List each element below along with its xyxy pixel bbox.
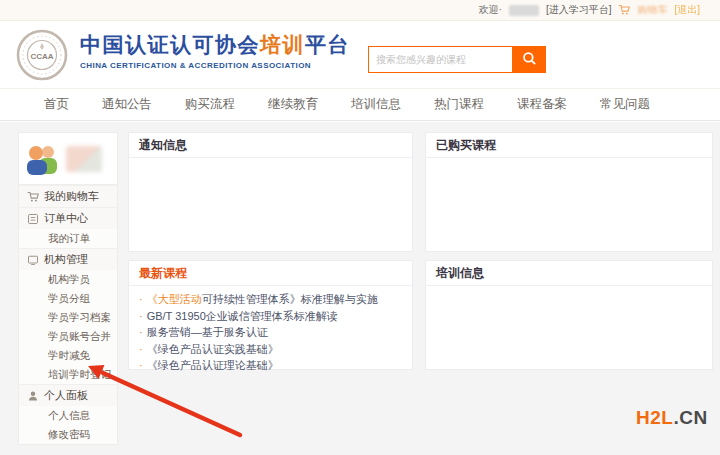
cart-icon[interactable] xyxy=(618,4,630,16)
bullet: · xyxy=(139,359,143,371)
latest-courses-list: ·《大型活动可持续性管理体系》标准理解与实施 ·GB/T 31950企业诚信管理… xyxy=(129,286,412,374)
topbar-cart-link[interactable]: 购物车 xyxy=(637,3,667,17)
header: CCAA 中国认证认可协会培训平台 CHINA CERTIFICATION & … xyxy=(0,21,720,88)
course-title: 《绿色产品认证实践基础》 xyxy=(147,343,279,355)
nav-hot-courses[interactable]: 热门课程 xyxy=(434,96,484,113)
sidebar-item-training-hour-registration[interactable]: 培训学时登记 xyxy=(19,365,117,384)
watermark-suffix: .CN xyxy=(673,407,707,428)
search-icon xyxy=(522,51,537,69)
sidebar-item-personal-info[interactable]: 个人信息 xyxy=(19,406,117,425)
watermark-brand: H2L xyxy=(636,407,673,428)
nav-notices[interactable]: 通知公告 xyxy=(102,96,152,113)
sidebar-item-order-center[interactable]: 订单中心 xyxy=(19,207,117,229)
cart-icon xyxy=(26,191,39,203)
sidebar-item-account-merge[interactable]: 学员账号合并 xyxy=(19,327,117,346)
sidebar-item-my-orders[interactable]: 我的订单 xyxy=(19,229,117,248)
welcome-label: 欢迎· xyxy=(479,3,502,17)
sidebar-item-label: 订单中心 xyxy=(44,211,88,226)
logout-link[interactable]: [退出] xyxy=(674,3,700,17)
ccaa-logo: CCAA xyxy=(16,29,68,81)
site-title-part2: 平台 xyxy=(305,33,350,56)
sidebar-item-label: 我的购物车 xyxy=(44,189,99,204)
latest-courses-panel: 最新课程 ·《大型活动可持续性管理体系》标准理解与实施 ·GB/T 31950企… xyxy=(128,260,413,370)
notice-panel-title: 通知信息 xyxy=(129,133,412,158)
enter-learning-platform-link[interactable]: [进入学习平台] xyxy=(546,3,612,17)
course-link[interactable]: ·《绿色产品认证理论基础》 xyxy=(139,357,402,374)
site-title: 中国认证认可协会培训平台 xyxy=(80,32,350,58)
latest-courses-title: 最新课程 xyxy=(129,261,412,286)
site-title-part1: 中国认证认可协会 xyxy=(80,33,260,56)
search-button[interactable] xyxy=(512,46,546,73)
main-nav: 首页 通知公告 购买流程 继续教育 培训信息 热门课程 课程备案 常见问题 xyxy=(0,88,720,121)
nav-purchase-process[interactable]: 购买流程 xyxy=(185,96,235,113)
sidebar-item-org-students[interactable]: 机构学员 xyxy=(19,270,117,289)
nav-home[interactable]: 首页 xyxy=(44,96,69,113)
training-info-panel: 培训信息 xyxy=(425,260,713,370)
bullet: · xyxy=(139,293,143,305)
nav-continuing-education[interactable]: 继续教育 xyxy=(268,96,318,113)
nav-training-info[interactable]: 培训信息 xyxy=(351,96,401,113)
sidebar-item-student-groups[interactable]: 学员分组 xyxy=(19,289,117,308)
sidebar-item-label: 机构管理 xyxy=(44,252,88,267)
purchased-courses-title: 已购买课程 xyxy=(426,133,712,158)
sidebar-item-org-management[interactable]: 机构管理 xyxy=(19,248,117,270)
sidebar-item-study-archives[interactable]: 学员学习档案 xyxy=(19,308,117,327)
course-title: GB/T 31950企业诚信管理体系标准解读 xyxy=(147,310,338,322)
training-info-title: 培训信息 xyxy=(426,261,712,286)
redacted-user-info xyxy=(66,146,102,172)
notice-panel: 通知信息 xyxy=(128,132,413,252)
course-link[interactable]: ·《大型活动可持续性管理体系》标准理解与实施 xyxy=(139,291,402,308)
site-subtitle-en: CHINA CERTIFICATION & ACCREDITION ASSOCI… xyxy=(80,61,350,70)
topbar: 欢迎· [进入学习平台] 购物车 [退出] xyxy=(0,0,720,21)
order-list-icon xyxy=(26,213,39,225)
bullet: · xyxy=(139,343,143,355)
course-title: 《绿色产品认证理论基础》 xyxy=(147,359,279,371)
nav-course-filing[interactable]: 课程备案 xyxy=(517,96,567,113)
users-avatar-icon xyxy=(25,143,61,175)
course-link[interactable]: ·《绿色产品认证实践基础》 xyxy=(139,341,402,358)
course-search xyxy=(368,46,546,73)
sidebar-item-my-cart[interactable]: 我的购物车 xyxy=(19,185,117,207)
course-title-rest: 可持续性管理体系》标准理解与实施 xyxy=(202,293,378,305)
course-link[interactable]: ·GB/T 31950企业诚信管理体系标准解读 xyxy=(139,308,402,325)
org-window-icon xyxy=(26,254,39,266)
bullet: · xyxy=(139,310,143,322)
purchased-courses-panel: 已购买课程 xyxy=(425,132,713,252)
site-title-highlight: 培训 xyxy=(260,33,305,56)
site-title-block: 中国认证认可协会培训平台 CHINA CERTIFICATION & ACCRE… xyxy=(80,32,350,70)
svg-text:CCAA: CCAA xyxy=(30,52,53,61)
person-icon xyxy=(26,390,39,402)
bullet: · xyxy=(139,326,143,338)
sidebar-item-personal-panel[interactable]: 个人面板 xyxy=(19,384,117,406)
sidebar: 我的购物车 订单中心 我的订单 机构管理 机构学员 学员分组 学员学习档案 学员… xyxy=(18,132,118,445)
h2l-watermark: H2L.CN xyxy=(636,407,708,429)
sidebar-item-label: 个人面板 xyxy=(44,388,88,403)
sidebar-item-change-password[interactable]: 修改密码 xyxy=(19,425,117,444)
content-area: 我的购物车 订单中心 我的订单 机构管理 机构学员 学员分组 学员学习档案 学员… xyxy=(0,122,720,455)
search-input[interactable] xyxy=(368,46,512,73)
sidebar-item-hour-exemption[interactable]: 学时减免 xyxy=(19,346,117,365)
user-card xyxy=(19,133,117,185)
redacted-username xyxy=(509,5,539,16)
page: 欢迎· [进入学习平台] 购物车 [退出] CCAA 中国认证认可协会培训平台 … xyxy=(0,0,720,455)
course-title-highlight: 《大型活动 xyxy=(147,293,202,305)
course-title: 服务营销—基于服务认证 xyxy=(147,326,268,338)
nav-faq[interactable]: 常见问题 xyxy=(600,96,650,113)
course-link[interactable]: ·服务营销—基于服务认证 xyxy=(139,324,402,341)
